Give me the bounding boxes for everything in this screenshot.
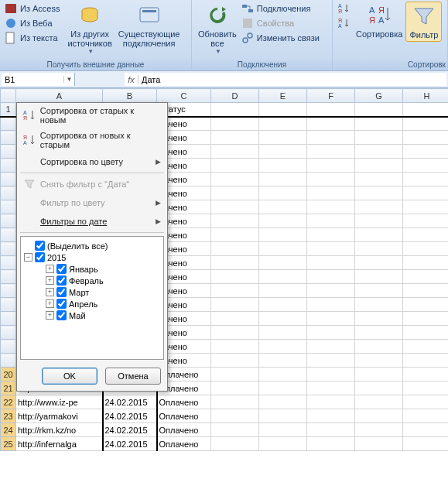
properties-button[interactable]: Свойства <box>240 16 321 30</box>
from-text-button[interactable]: Из текста <box>3 31 61 45</box>
row-header[interactable]: 21 <box>1 381 16 395</box>
sort-za-icon: ЯА <box>337 17 350 29</box>
connections-label: Подключения <box>257 4 311 13</box>
expand-icon[interactable]: + <box>46 288 54 296</box>
connections-button[interactable]: Подключения <box>240 2 321 15</box>
date-filters[interactable]: Фильтры по дате▶ <box>17 212 167 231</box>
from-access-label: Из Access <box>20 4 60 13</box>
row-header[interactable]: 23 <box>1 409 16 423</box>
from-text-label: Из текста <box>20 33 58 43</box>
col-header[interactable]: C <box>157 89 211 103</box>
cell[interactable]: Оплачено <box>157 423 211 437</box>
cell[interactable]: http://rkm.kz/no <box>16 423 103 437</box>
cell[interactable]: http://www.iz-pe <box>16 395 103 409</box>
cell[interactable]: Оплачено <box>157 395 211 409</box>
cancel-button[interactable]: Отмена <box>105 368 161 385</box>
collapse-icon[interactable]: − <box>24 253 32 262</box>
row-header[interactable]: 1 <box>1 103 16 117</box>
sort-az-button[interactable]: АЯ <box>336 2 351 15</box>
edit-links-label: Изменить связи <box>257 33 320 43</box>
cell[interactable]: http://yarmakovi <box>16 409 103 423</box>
sort-label: Сортировка <box>356 29 402 39</box>
filter-button[interactable]: Фильтр <box>405 2 442 42</box>
refresh-label: Обновить все <box>198 29 237 48</box>
expand-icon[interactable]: + <box>46 276 54 285</box>
clear-filter: Снять фильтр с "Дата" <box>17 175 167 193</box>
tree-label: Апрель <box>69 299 97 309</box>
from-other-sources-button[interactable]: Из других источников▼ <box>64 2 115 56</box>
year-checkbox[interactable] <box>35 252 45 262</box>
filter-by-color: Фильтр по цвету▶ <box>17 193 167 212</box>
connections-group-label: Подключения <box>192 60 332 70</box>
cell[interactable]: Оплачено <box>157 409 211 423</box>
filter-values-tree[interactable]: (Выделить все) −2015 +Январь+Февраль+Мар… <box>20 236 164 360</box>
tree-label: Май <box>69 311 86 320</box>
col-header[interactable]: E <box>259 89 307 103</box>
cell[interactable]: http://infernalga <box>16 437 103 451</box>
tree-label: Январь <box>69 265 98 274</box>
ok-button[interactable]: OK <box>42 368 97 385</box>
sort-newest-oldest[interactable]: ЯАСортировка от новых к старым <box>17 128 167 152</box>
expand-icon[interactable]: + <box>46 311 54 320</box>
fx-icon[interactable]: fx <box>125 75 139 84</box>
sort-az-icon: АЯ <box>23 109 36 121</box>
autofilter-dropdown: АЯСортировка от старых к новым ЯАСортиро… <box>16 102 168 392</box>
col-header[interactable]: H <box>403 89 449 103</box>
expand-icon[interactable]: + <box>46 299 54 308</box>
month-checkbox[interactable] <box>56 299 67 309</box>
month-checkbox[interactable] <box>56 310 67 320</box>
select-all-corner[interactable] <box>1 89 16 103</box>
existing-conn-icon <box>137 3 162 28</box>
svg-rect-7 <box>242 5 247 8</box>
properties-icon <box>241 17 254 29</box>
svg-rect-5 <box>140 8 159 22</box>
svg-rect-8 <box>248 9 253 12</box>
edit-links-button[interactable]: Изменить связи <box>240 31 321 45</box>
col-header[interactable]: A <box>16 89 103 103</box>
tree-label: 2015 <box>47 253 66 262</box>
spreadsheet-grid: A B C D E F G H 1 Страница с обзор Дата▼… <box>0 88 448 451</box>
month-checkbox[interactable] <box>56 287 67 297</box>
namebox-dropdown[interactable]: ▼ <box>63 76 74 83</box>
col-header[interactable]: G <box>355 89 403 103</box>
ribbon: Из Access Из Веба Из текста Из других ис… <box>0 0 448 71</box>
svg-text:Я: Я <box>378 5 385 15</box>
name-box[interactable] <box>2 75 63 84</box>
formula-bar-row: ▼ fx <box>0 71 448 88</box>
filter-label: Фильтр <box>409 30 438 39</box>
sort-oldest-newest[interactable]: АЯСортировка от старых к новым <box>17 103 167 128</box>
row-header[interactable]: 24 <box>1 423 16 437</box>
clear-filter-icon <box>23 178 36 190</box>
column-headers: A B C D E F G H <box>1 89 449 103</box>
col-header[interactable]: B <box>103 89 157 103</box>
sort-group-label: Сортировк <box>333 60 447 70</box>
svg-point-10 <box>243 38 248 43</box>
cell[interactable]: Оплачено <box>157 437 211 451</box>
cell[interactable]: 24.02.2015 <box>103 395 157 409</box>
row-header[interactable]: 22 <box>1 395 16 409</box>
row-header[interactable]: 25 <box>1 437 16 451</box>
sort-za-button[interactable]: ЯА <box>336 16 351 30</box>
cell[interactable]: 24.02.2015 <box>103 423 157 437</box>
col-header[interactable]: F <box>307 89 355 103</box>
col-header[interactable]: D <box>211 89 259 103</box>
cell[interactable]: 24.02.2015 <box>103 437 157 451</box>
formula-input[interactable] <box>139 75 446 84</box>
sort-button[interactable]: АЯЯА Сортировка <box>353 2 405 40</box>
funnel-icon <box>412 4 436 29</box>
svg-text:Я: Я <box>338 18 342 23</box>
from-web-button[interactable]: Из Веба <box>3 16 61 30</box>
expand-icon[interactable]: + <box>46 265 54 273</box>
cell[interactable]: 24.02.2015 <box>103 409 157 423</box>
from-access-button[interactable]: Из Access <box>3 2 61 15</box>
refresh-all-button[interactable]: Обновить все▼ <box>195 2 240 56</box>
submenu-arrow-icon: ▶ <box>156 217 161 225</box>
month-checkbox[interactable] <box>56 264 67 274</box>
existing-connections-button[interactable]: Существующие подключения <box>115 2 183 50</box>
row-header[interactable]: 20 <box>1 368 16 381</box>
menu-label: Фильтры по дате <box>40 217 107 226</box>
sort-by-color[interactable]: Сортировка по цвету▶ <box>17 152 167 171</box>
svg-text:А: А <box>23 140 27 145</box>
select-all-checkbox[interactable] <box>35 241 45 251</box>
month-checkbox[interactable] <box>56 275 67 286</box>
